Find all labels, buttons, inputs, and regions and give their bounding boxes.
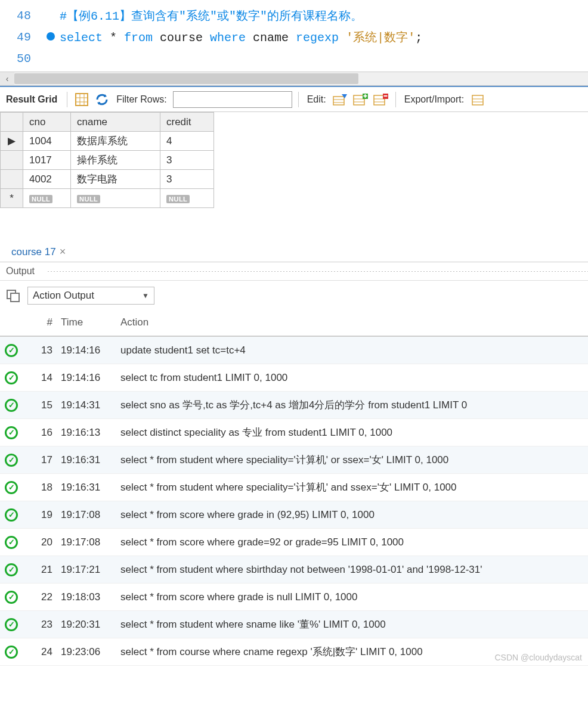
- output-header-cell: Time: [61, 317, 120, 328]
- copy-icon[interactable]: [5, 288, 21, 303]
- watermark: CSDN @cloudydayscat: [495, 653, 583, 662]
- output-num: 23: [23, 619, 61, 631]
- row-handle-header: [1, 113, 23, 132]
- table-row[interactable]: 4002数字电路3: [1, 170, 214, 189]
- code-content[interactable]: #【例6.11】查询含有"系统"或"数字"的所有课程名称。: [60, 8, 588, 24]
- new-row-handle[interactable]: *: [1, 189, 23, 208]
- cell[interactable]: 3: [160, 151, 214, 170]
- column-header[interactable]: cname: [71, 113, 160, 132]
- close-tab-icon[interactable]: ×: [60, 246, 66, 258]
- output-action: select * from student where sbirthday no…: [120, 564, 588, 576]
- row-handle[interactable]: [1, 170, 23, 189]
- row-handle[interactable]: ▶: [1, 132, 23, 151]
- null-cell[interactable]: NULL: [71, 189, 160, 208]
- output-row[interactable]: ✓1819:16:31select * from student where s…: [0, 474, 588, 501]
- output-num: 24: [23, 646, 61, 658]
- add-row-icon[interactable]: [352, 92, 369, 107]
- scroll-thumb[interactable]: [14, 73, 358, 84]
- output-header: Output: [0, 262, 588, 281]
- dropdown-label: Action Output: [33, 290, 94, 302]
- filter-rows-input[interactable]: [173, 91, 292, 108]
- output-time: 19:14:16: [61, 345, 120, 356]
- result-grid[interactable]: cnocnamecredit▶1004数据库系统41017操作系统34002数字…: [0, 112, 214, 208]
- line-number: 50: [0, 52, 42, 66]
- cell[interactable]: 数据库系统: [71, 132, 160, 151]
- status-ok-icon: ✓: [5, 454, 18, 467]
- grid-view-icon[interactable]: [73, 92, 90, 107]
- output-row[interactable]: ✓2019:17:08select * from score where gra…: [0, 529, 588, 556]
- scroll-track[interactable]: [14, 72, 588, 85]
- result-tabs: course 17 ×: [0, 239, 588, 262]
- new-row[interactable]: *NULLNULLNULL: [1, 189, 214, 208]
- cell[interactable]: 4: [160, 132, 214, 151]
- status-ok-icon: ✓: [5, 591, 18, 604]
- output-time: 19:23:06: [61, 646, 120, 658]
- line-number: 49: [0, 30, 42, 44]
- cell[interactable]: 3: [160, 170, 214, 189]
- output-row[interactable]: ✓1719:16:31select * from student where s…: [0, 446, 588, 474]
- refresh-icon[interactable]: [94, 92, 110, 107]
- output-time: 19:16:31: [61, 482, 120, 494]
- output-time: 19:17:08: [61, 536, 120, 548]
- output-row[interactable]: ✓1919:17:08select * from score where gra…: [0, 501, 588, 529]
- output-time: 19:20:31: [61, 619, 120, 631]
- output-row[interactable]: ✓1419:14:16select tc from student1 LIMIT…: [0, 364, 588, 392]
- output-action: select * from student where speciality='…: [120, 480, 588, 494]
- status-ok-icon: ✓: [5, 618, 18, 631]
- cell[interactable]: 1004: [23, 132, 71, 151]
- output-row[interactable]: ✓1319:14:16update student1 set tc=tc+4: [0, 337, 588, 364]
- svg-rect-23: [11, 293, 19, 302]
- breakpoint-marker[interactable]: [42, 30, 60, 44]
- output-toolbar: Action Output ▼: [0, 281, 588, 309]
- export-icon[interactable]: [470, 92, 487, 107]
- output-action: select distinct speciality as 专业 from st…: [120, 426, 588, 439]
- column-header[interactable]: credit: [160, 113, 214, 132]
- status-ok-icon: ✓: [5, 563, 18, 576]
- filter-rows-label: Filter Rows:: [114, 94, 169, 105]
- code-content[interactable]: select * from course where cname regexp …: [60, 29, 588, 45]
- edit-row-icon[interactable]: [332, 92, 349, 107]
- output-title: Output: [6, 266, 35, 276]
- cell[interactable]: 操作系统: [71, 151, 160, 170]
- null-cell[interactable]: NULL: [23, 189, 71, 208]
- export-import-label: Export/Import:: [402, 94, 466, 105]
- row-handle[interactable]: [1, 151, 23, 170]
- edit-label: Edit:: [305, 94, 329, 105]
- output-row[interactable]: ✓1519:14:31select sno as 学号,tc as 学分,tc+…: [0, 392, 588, 419]
- column-header[interactable]: cno: [23, 113, 71, 132]
- svg-rect-5: [333, 97, 344, 105]
- output-type-dropdown[interactable]: Action Output ▼: [27, 287, 154, 305]
- output-action: select * from score where grade=92 or gr…: [120, 536, 588, 548]
- cell[interactable]: 1017: [23, 151, 71, 170]
- output-action: select * from score where grade is null …: [120, 591, 588, 603]
- output-num: 22: [23, 591, 61, 603]
- cell[interactable]: 数字电路: [71, 170, 160, 189]
- sql-editor[interactable]: 48#【例6.11】查询含有"系统"或"数字"的所有课程名称。49select …: [0, 0, 588, 72]
- cell[interactable]: 4002: [23, 170, 71, 189]
- output-time: 19:17:08: [61, 509, 120, 521]
- output-time: 19:14:31: [61, 399, 120, 411]
- output-time: 19:18:03: [61, 591, 120, 603]
- output-num: 21: [23, 564, 61, 576]
- code-line[interactable]: 48#【例6.11】查询含有"系统"或"数字"的所有课程名称。: [0, 5, 588, 26]
- status-ok-icon: ✓: [5, 399, 18, 412]
- code-line[interactable]: 49select * from course where cname regex…: [0, 26, 588, 48]
- null-cell[interactable]: NULL: [160, 189, 214, 208]
- output-row[interactable]: ✓2319:20:31select * from student where s…: [0, 611, 588, 638]
- output-num: 15: [23, 399, 61, 411]
- delete-row-icon[interactable]: [373, 92, 389, 107]
- scroll-left-icon[interactable]: ‹: [0, 72, 14, 85]
- code-line[interactable]: 50: [0, 48, 588, 69]
- output-row[interactable]: ✓1619:16:13select distinct speciality as…: [0, 419, 588, 446]
- editor-scrollbar[interactable]: ‹: [0, 72, 588, 86]
- table-row[interactable]: 1017操作系统3: [1, 151, 214, 170]
- status-ok-icon: ✓: [5, 508, 18, 522]
- status-ok-icon: ✓: [5, 646, 18, 659]
- status-ok-icon: ✓: [5, 426, 18, 439]
- output-row[interactable]: ✓2219:18:03select * from score where gra…: [0, 584, 588, 611]
- output-time: 19:17:21: [61, 564, 120, 576]
- output-row[interactable]: ✓2119:17:21select * from student where s…: [0, 556, 588, 584]
- tab-course-17[interactable]: course 17 ×: [5, 241, 72, 262]
- tab-label: course 17: [11, 246, 56, 258]
- table-row[interactable]: ▶1004数据库系统4: [1, 132, 214, 151]
